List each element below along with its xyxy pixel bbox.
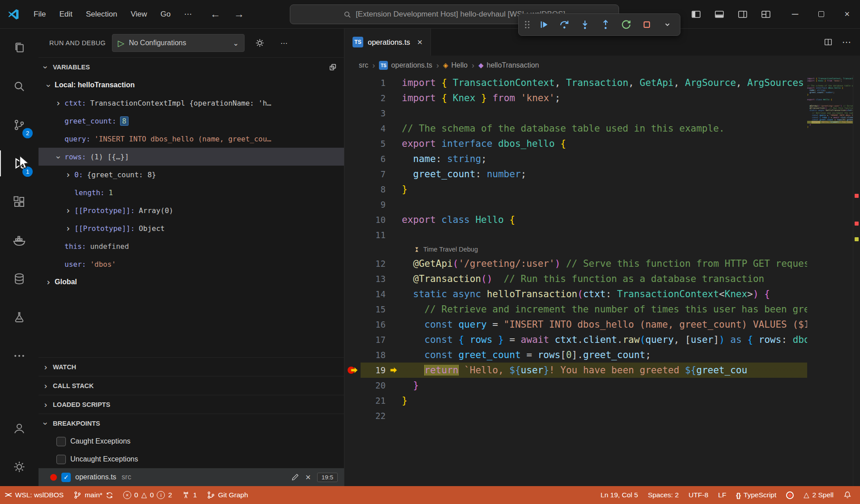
toggle-sidebar-icon[interactable]	[686, 4, 706, 24]
activity-settings[interactable]	[0, 448, 39, 486]
glyph-margin[interactable]	[344, 317, 361, 332]
breadcrumb-hellotransaction[interactable]: ◆helloTransaction	[478, 61, 539, 69]
glyph-margin[interactable]	[344, 393, 361, 408]
variable-row[interactable]: this:undefined	[39, 237, 344, 255]
status-language-mode[interactable]: {}TypeScript	[731, 486, 781, 504]
line-number[interactable]: 7	[361, 169, 386, 179]
debug-restart-button[interactable]	[616, 15, 636, 34]
start-debug-icon[interactable]: ▷	[118, 38, 125, 48]
debug-settings-gear-icon[interactable]	[251, 34, 269, 52]
line-number[interactable]: 4	[361, 124, 386, 133]
code-line-21[interactable]: 21}	[344, 393, 807, 408]
status-extension-status[interactable]	[781, 486, 799, 504]
debug-step-over-button[interactable]	[555, 15, 574, 34]
glyph-margin[interactable]	[344, 90, 361, 106]
menu-selection[interactable]: Selection	[79, 7, 124, 21]
debug-more-button[interactable]	[658, 15, 677, 34]
glyph-margin[interactable]	[344, 286, 361, 302]
scope-row-localhellotransaction[interactable]: ›Local: helloTransaction	[39, 76, 344, 94]
menu-view[interactable]: View	[124, 7, 154, 21]
activity-run-and-debug[interactable]: 1	[0, 144, 39, 183]
glyph-margin[interactable]	[344, 212, 361, 227]
glyph-margin[interactable]	[344, 75, 361, 90]
remove-breakpoint-icon[interactable]: ×	[305, 473, 311, 482]
forward-arrow-icon[interactable]: →	[234, 8, 244, 20]
breakpoints-section-header[interactable]: › BREAKPOINTS	[39, 414, 344, 432]
code-line-7[interactable]: 7 greet_count: number;	[344, 167, 807, 182]
activity-extensions[interactable]	[0, 183, 39, 221]
status-git-branch[interactable]: main*	[69, 486, 118, 504]
variable-row[interactable]: greet_count:8	[39, 112, 344, 130]
line-number[interactable]: 21	[361, 396, 386, 406]
line-number[interactable]: 1	[361, 78, 386, 88]
menu-file[interactable]: File	[27, 7, 52, 21]
minimize-button[interactable]: ─	[782, 0, 808, 29]
line-number[interactable]: 14	[361, 289, 386, 299]
code-line-9[interactable]: 9	[344, 197, 807, 212]
toggle-secondary-sidebar-icon[interactable]	[733, 4, 752, 24]
breadcrumb-operationsts[interactable]: TSoperations.ts	[379, 61, 432, 70]
customize-layout-icon[interactable]	[756, 4, 776, 24]
line-number[interactable]: 5	[361, 139, 386, 149]
variable-row[interactable]: ›ctxt:TransactionContextImpl {operationN…	[39, 94, 344, 112]
menu-go[interactable]: Go	[154, 7, 177, 21]
status-encoding[interactable]: UTF-8	[684, 486, 713, 504]
breakpoint-checkbox[interactable]: ✓	[61, 473, 71, 482]
sync-icon[interactable]	[106, 491, 113, 499]
debug-configuration-dropdown[interactable]: ▷ No Configurations ⌄	[112, 34, 245, 52]
minimap[interactable]: import { TransactionContext, Transaction…	[807, 75, 853, 486]
status-indentation[interactable]: Spaces: 2	[643, 486, 684, 504]
glyph-margin[interactable]	[344, 347, 361, 363]
toggle-panel-icon[interactable]	[710, 4, 729, 24]
back-arrow-icon[interactable]: ←	[210, 8, 220, 20]
status-git-graph[interactable]: Git Graph	[202, 486, 253, 504]
glyph-margin[interactable]	[344, 271, 361, 286]
scope-row-global[interactable]: ›Global	[39, 273, 344, 291]
variable-row[interactable]: ›[[Prototype]]:Array(0)	[39, 201, 344, 219]
breakpoint-row[interactable]: ✓operations.tssrc×19:5	[39, 468, 344, 486]
glyph-margin[interactable]	[344, 167, 361, 182]
code-line-19[interactable]: 19 return `Hello, ${user}! You have been…	[344, 363, 807, 378]
glyph-margin[interactable]	[344, 256, 361, 271]
line-number[interactable]: 19	[361, 365, 386, 375]
code-line-14[interactable]: 14 static async helloTransaction(ctxt: T…	[344, 286, 807, 302]
copy-value-icon[interactable]	[329, 63, 337, 71]
activity-source-control[interactable]: 2	[0, 106, 39, 144]
variable-row[interactable]: ›[[Prototype]]:Object	[39, 219, 344, 237]
views-more-actions-icon[interactable]: ⋯	[275, 34, 293, 52]
tab-operations-ts[interactable]: TS operations.ts ×	[344, 29, 431, 56]
line-number[interactable]: 17	[361, 335, 386, 345]
status-notifications[interactable]	[838, 486, 856, 504]
glyph-margin[interactable]	[344, 332, 361, 347]
debug-stop-button[interactable]	[637, 15, 657, 34]
breadcrumb-hello[interactable]: ◈Hello	[443, 61, 468, 69]
breakpoint-row[interactable]: Caught Exceptions	[39, 432, 344, 450]
line-number[interactable]: 15	[361, 304, 386, 314]
breakpoint-checkbox[interactable]	[56, 455, 66, 464]
line-number[interactable]: 18	[361, 350, 386, 360]
glyph-margin[interactable]	[344, 302, 361, 317]
code-line-8[interactable]: 8}	[344, 182, 807, 197]
status-spell-checker[interactable]: △2 Spell	[799, 486, 838, 504]
variable-row[interactable]: query:'INSERT INTO dbos_hello (name, gre…	[39, 130, 344, 148]
activity-more[interactable]	[0, 337, 39, 375]
code-line-12[interactable]: 12 @GetApi('/greeting/:user') // Serve t…	[344, 256, 807, 271]
debug-step-into-button[interactable]	[575, 15, 595, 34]
line-number[interactable]: 8	[361, 184, 386, 194]
code-line-18[interactable]: 18 const greet_count = rows[0].greet_cou…	[344, 347, 807, 363]
breadcrumb-src[interactable]: src	[359, 61, 368, 69]
status-problems[interactable]: ×0△0i2	[118, 486, 177, 504]
glyph-margin[interactable]	[344, 408, 361, 423]
edit-breakpoint-icon[interactable]	[291, 473, 299, 481]
line-number[interactable]: 10	[361, 215, 386, 225]
code-line-6[interactable]: 6 name: string;	[344, 151, 807, 167]
activity-explorer[interactable]	[0, 29, 39, 67]
code-line-15[interactable]: 15 // Retrieve and increment the number …	[344, 302, 807, 317]
codelens-time-travel-debug[interactable]: Time Travel Debug	[344, 243, 807, 256]
line-number[interactable]: 9	[361, 200, 386, 209]
menu-edit[interactable]: Edit	[52, 7, 79, 21]
line-number[interactable]: 6	[361, 154, 386, 164]
loaded-scripts-section-header[interactable]: › LOADED SCRIPTS	[39, 395, 344, 414]
glyph-margin[interactable]	[344, 363, 361, 378]
editor-more-actions-icon[interactable]: ⋯	[842, 37, 851, 47]
